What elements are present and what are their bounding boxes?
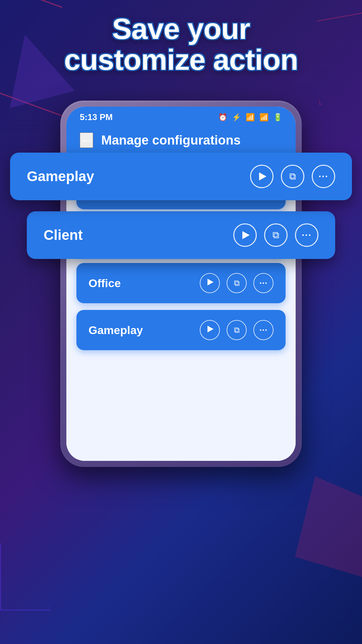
gameplay-float-actions: ⧉ ··· — [250, 165, 335, 188]
wifi-icon: 📶 — [246, 113, 255, 122]
gameplay-list-more-button[interactable]: ··· — [253, 320, 274, 340]
battery-icon: 🔋 — [273, 113, 282, 122]
floating-card-client: Client ⧉ ··· — [27, 211, 335, 259]
office-copy-button[interactable]: ⧉ — [227, 273, 247, 293]
office-more-button[interactable]: ··· — [253, 273, 274, 293]
office-play-button[interactable] — [200, 273, 220, 293]
back-button[interactable]: ← — [80, 132, 93, 148]
gameplay-float-label: Gameplay — [27, 168, 94, 184]
header-title: Manage configurations — [101, 133, 241, 148]
gameplay-list-label: Gameplay — [88, 324, 143, 337]
config-item-office: Office ⧉ ··· — [76, 263, 286, 303]
client-float-play-button[interactable] — [233, 223, 257, 247]
gameplay-list-play-button[interactable] — [200, 320, 220, 340]
status-bar: 5:13 PM ⏰ ⚡ 📶 📶 🔋 — [66, 107, 296, 126]
client-float-label: Client — [44, 227, 83, 243]
title-area: Save your customize action — [0, 13, 362, 75]
bluetooth-icon: ⚡ — [232, 113, 241, 122]
content-area: Movie Touch ⧉ ··· Screen Touch — [66, 159, 296, 461]
client-float-more-button[interactable]: ··· — [295, 223, 318, 247]
office-label: Office — [88, 277, 121, 290]
bg-shape-bottom-left — [0, 543, 50, 610]
status-time: 5:13 PM — [80, 112, 113, 122]
gameplay-list-actions: ⧉ ··· — [200, 320, 274, 340]
gameplay-float-more-button[interactable]: ··· — [312, 165, 335, 188]
play-icon — [206, 326, 214, 334]
office-actions: ⧉ ··· — [200, 273, 274, 293]
floating-card-gameplay: Gameplay ⧉ ··· — [10, 153, 352, 200]
gameplay-float-play-button[interactable] — [250, 165, 274, 188]
config-item-gameplay: Gameplay ⧉ ··· — [76, 310, 286, 350]
gameplay-float-copy-button[interactable]: ⧉ — [281, 165, 304, 188]
status-icons: ⏰ ⚡ 📶 📶 🔋 — [218, 113, 282, 122]
gameplay-list-copy-button[interactable]: ⧉ — [227, 320, 247, 340]
play-icon — [206, 279, 214, 287]
client-float-actions: ⧉ ··· — [233, 223, 318, 247]
signal-icon: 📶 — [259, 113, 268, 122]
client-float-copy-button[interactable]: ⧉ — [264, 223, 288, 247]
alarm-icon: ⏰ — [218, 113, 227, 122]
bg-shape-bottom-right — [295, 476, 362, 577]
main-title: Save your customize action — [0, 13, 362, 75]
